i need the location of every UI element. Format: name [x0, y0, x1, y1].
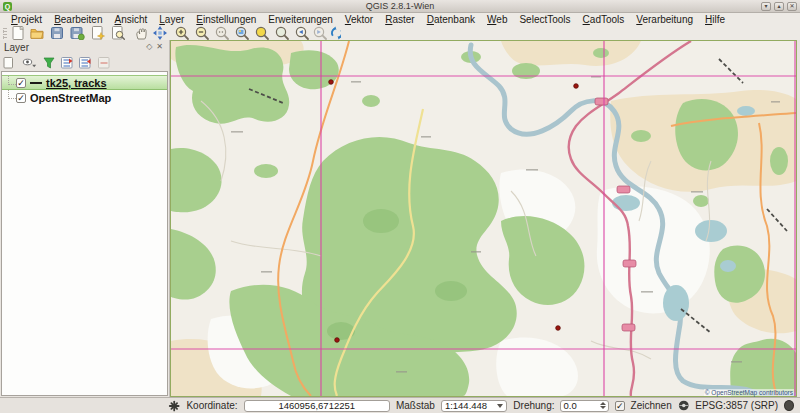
layer-panel-title: Layer [4, 42, 144, 53]
messages-icon[interactable] [784, 400, 794, 411]
minimize-button[interactable]: ▾ [761, 2, 771, 11]
menu-projekt[interactable]: Projekt [5, 14, 48, 25]
save-project-as-icon[interactable] [71, 28, 84, 41]
rotation-value: 0.0 [563, 400, 576, 411]
scale-combobox[interactable]: 1:144.448 [441, 400, 507, 412]
expand-all-icon[interactable] [62, 57, 73, 68]
dock-close-icon[interactable]: ✕ [154, 42, 165, 52]
crs-status-icon[interactable] [678, 399, 690, 412]
rotation-spinbox[interactable]: 0.0 [560, 400, 609, 412]
maximize-button[interactable]: ▴ [774, 2, 784, 11]
dock-float-icon[interactable]: ◇ [144, 42, 154, 52]
osm-attribution: © OpenStreetMap contributors [704, 389, 794, 396]
zoom-in-icon[interactable] [176, 27, 188, 39]
layer-tree: ✓ tk25, tracks ✓ OpenStreetMap [1, 71, 168, 396]
menu-vektor[interactable]: Vektor [339, 14, 379, 25]
pan-to-selection-icon[interactable] [153, 26, 167, 40]
line-symbol [30, 82, 42, 84]
map-canvas[interactable]: © OpenStreetMap contributors [170, 40, 797, 397]
menu-einstellungen[interactable]: Einstellungen [190, 14, 262, 25]
layer-label[interactable]: tk25, tracks [46, 77, 107, 89]
toolbar-handle[interactable] [3, 28, 7, 39]
add-group-icon[interactable] [4, 57, 13, 68]
zoom-next-icon[interactable] [314, 27, 326, 39]
layer-checkbox[interactable]: ✓ [16, 93, 26, 103]
render-label: Zeichnen [631, 400, 672, 411]
menu-selecttools[interactable]: SelectTools [513, 14, 576, 25]
menu-erweiterungen[interactable]: Erweiterungen [262, 14, 338, 25]
zoom-native-icon[interactable] [216, 27, 228, 39]
menu-bearbeiten[interactable]: Bearbeiten [48, 14, 108, 25]
collapse-all-icon[interactable] [80, 57, 91, 68]
new-project-icon[interactable] [13, 27, 23, 40]
coordinate-value: 1460956,6712251 [278, 400, 355, 411]
filter-legend-icon[interactable] [44, 58, 54, 68]
manage-layer-visibility-icon[interactable] [23, 59, 36, 67]
zoom-to-layer-icon[interactable] [276, 27, 288, 39]
scale-value: 1:144.448 [445, 400, 487, 411]
save-project-icon[interactable] [52, 28, 63, 39]
main-toolbar [0, 26, 800, 40]
crs-label: EPSG:3857 (SRP) [695, 400, 778, 411]
menu-web[interactable]: Web [481, 14, 513, 25]
window-title: QGIS 2.8.1-Wien [0, 1, 800, 11]
zoom-last-icon[interactable] [296, 27, 308, 39]
menu-cadtools[interactable]: CadTools [577, 14, 631, 25]
extents-toggle-icon[interactable] [168, 399, 180, 413]
layer-row-openstreetmap[interactable]: ✓ OpenStreetMap [2, 90, 167, 105]
menu-ansicht[interactable]: Ansicht [109, 14, 154, 25]
zoom-to-selection-icon[interactable] [256, 27, 268, 39]
zoom-full-extent-icon[interactable] [236, 27, 248, 39]
menu-hilfe[interactable]: Hilfe [699, 14, 731, 25]
chevron-down-icon [497, 404, 503, 408]
spinner-arrows-icon[interactable] [600, 402, 606, 409]
open-project-icon[interactable] [31, 30, 43, 39]
render-checkbox[interactable]: ✓ [615, 401, 625, 411]
coordinate-label: Koordinate: [186, 400, 237, 411]
menu-verarbeitung[interactable]: Verarbeitung [630, 14, 699, 25]
rotation-label: Drehung: [513, 400, 554, 411]
menu-datenbank[interactable]: Datenbank [421, 14, 481, 25]
refresh-map-icon[interactable] [332, 26, 341, 39]
scale-label: Maßstab [396, 400, 435, 411]
composer-manager-icon[interactable] [113, 27, 125, 40]
zoom-out-icon[interactable] [196, 27, 208, 39]
close-button[interactable]: ✕ [787, 2, 797, 11]
layer-panel-toolbar [0, 54, 169, 71]
coordinate-input[interactable]: 1460956,6712251 [244, 400, 390, 412]
layer-checkbox[interactable]: ✓ [16, 78, 26, 88]
new-print-composer-icon[interactable] [93, 27, 105, 40]
menu-layer[interactable]: Layer [153, 14, 190, 25]
remove-layer-icon[interactable] [99, 57, 110, 68]
statusbar: Koordinate: 1460956,6712251 Maßstab 1:14… [0, 397, 800, 413]
layer-row-tk25-tracks[interactable]: ✓ tk25, tracks [2, 75, 167, 90]
titlebar: Q QGIS 2.8.1-Wien ▾ ▴ ✕ [0, 0, 800, 13]
pan-map-icon[interactable] [137, 29, 146, 39]
layer-panel: Layer ◇ ✕ [0, 40, 170, 397]
menu-raster[interactable]: Raster [379, 14, 420, 25]
layer-label[interactable]: OpenStreetMap [30, 92, 111, 104]
